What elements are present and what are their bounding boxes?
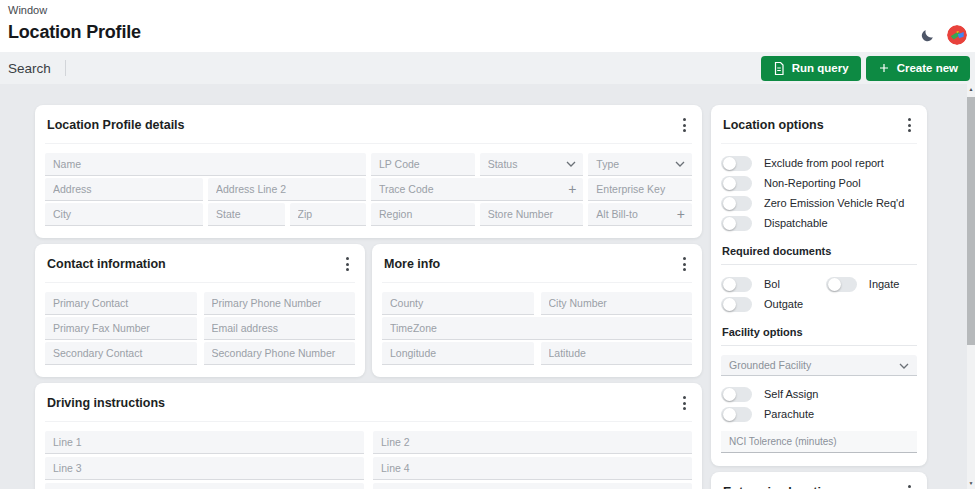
trace-code-field: + [371,178,583,201]
email-input[interactable] [204,317,356,339]
primary-contact-input[interactable] [45,292,197,314]
toggle-label: Parachute [764,408,814,420]
secondary-contact-input[interactable] [45,342,197,364]
address-line-2-field [208,178,366,201]
nci-tolerance-input[interactable] [721,436,917,447]
toolbar-actions: Run query Create new [761,56,970,81]
toggle-zero-emission-vehicle[interactable] [721,196,752,211]
line-2-field [373,431,692,454]
chevron-down-icon[interactable] [675,161,685,167]
run-query-button[interactable]: Run query [761,56,861,81]
primary-phone-input[interactable] [204,292,356,314]
trace-code-input[interactable] [371,178,568,200]
field-row [45,431,692,454]
line-1-input[interactable] [45,431,364,453]
kebab-menu-icon[interactable] [679,254,690,274]
line-3-input[interactable] [45,457,364,479]
region-input[interactable] [371,203,475,225]
county-field [382,292,534,315]
kebab-menu-icon[interactable] [904,115,915,135]
address-line-2-input[interactable] [208,178,366,200]
field-row [382,292,692,315]
alt-bill-to-field: + [588,203,692,226]
down-arrow-icon[interactable]: ▼ [967,478,975,489]
secondary-phone-field [204,342,356,365]
lp-code-input[interactable] [371,153,475,175]
toggle-non-reporting-pool[interactable] [721,176,752,191]
card-enterprise-location: Enterprise location [711,472,927,489]
chevron-down-icon [899,359,909,371]
toggle-parachute[interactable] [721,407,752,422]
grounded-facility-select[interactable]: Grounded Facility [721,355,917,376]
city-input[interactable] [45,203,203,225]
state-field [208,203,285,226]
longitude-field [382,342,534,365]
card-title: Location Profile details [47,118,185,132]
name-field [45,153,366,176]
primary-fax-field [45,317,197,340]
facility-options-heading: Facility options [721,326,917,346]
moon-icon[interactable] [918,26,936,44]
top-bar: Window Location Profile [0,0,975,52]
toggle-self-assign[interactable] [721,387,752,402]
timezone-input[interactable] [382,317,692,339]
scrollbar-thumb[interactable] [967,97,975,345]
store-number-input[interactable] [480,203,584,225]
card-contact-information: Contact information [35,244,365,377]
toggle-ingate[interactable] [826,277,857,292]
toggle-outgate[interactable] [721,297,752,312]
line-6-input[interactable] [373,483,692,489]
line-4-input[interactable] [373,457,692,479]
primary-fax-input[interactable] [45,317,197,339]
card-header: More info [382,244,692,283]
vertical-scrollbar[interactable]: ▲ ▼ [967,84,975,489]
avatar[interactable] [947,25,967,45]
lp-code-field [371,153,475,176]
timezone-field [382,317,692,340]
enterprise-key-input[interactable] [588,178,692,200]
card-title: Location options [723,118,824,132]
latitude-field [541,342,693,365]
status-field [480,153,584,176]
toggle-bol[interactable] [721,277,752,292]
kebab-menu-icon[interactable] [342,254,353,274]
chevron-down-icon[interactable] [566,161,576,167]
line-5-input[interactable] [45,483,364,489]
nci-tolerance-field [721,431,917,453]
toggle-exclude-from-pool-report[interactable] [721,156,752,171]
up-arrow-icon[interactable]: ▲ [967,84,975,95]
field-row [45,153,692,176]
card-title: Driving instructions [47,396,165,410]
toggle-row: Parachute [721,404,917,424]
create-new-button[interactable]: Create new [866,56,970,81]
secondary-contact-field [45,342,197,365]
city-number-input[interactable] [541,292,693,314]
name-input[interactable] [45,153,366,175]
toggle-row: Outgate [721,294,826,314]
longitude-input[interactable] [382,342,534,364]
type-input[interactable] [588,153,675,175]
alt-bill-to-input[interactable] [588,203,676,225]
line-2-input[interactable] [373,431,692,453]
zip-field [290,203,367,226]
address-input[interactable] [45,178,203,200]
create-new-label: Create new [897,62,958,74]
field-row [45,342,355,365]
status-input[interactable] [480,153,567,175]
toggle-label: Outgate [764,298,803,310]
plus-icon[interactable]: + [568,182,576,196]
card-header: Contact information [45,244,355,283]
latitude-input[interactable] [541,342,693,364]
state-input[interactable] [208,203,285,225]
secondary-phone-input[interactable] [204,342,356,364]
kebab-menu-icon[interactable] [679,115,690,135]
county-input[interactable] [382,292,534,314]
right-column: Location options Exclude from pool repor… [711,105,927,489]
kebab-menu-icon[interactable] [904,482,915,489]
toggle-dispatchable[interactable] [721,216,752,231]
line-4-field [373,457,692,480]
required-documents-heading: Required documents [721,245,917,265]
plus-icon[interactable]: + [677,207,685,221]
zip-input[interactable] [290,203,367,225]
kebab-menu-icon[interactable] [679,393,690,413]
